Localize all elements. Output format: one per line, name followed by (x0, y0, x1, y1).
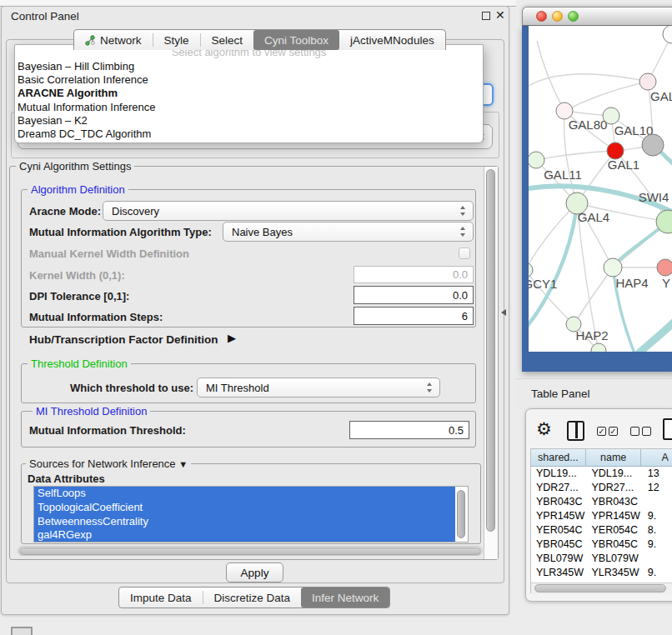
attribute-item[interactable]: TopologicalCoefficient (34, 501, 455, 515)
dropdown-item-selected[interactable]: ARACNE Algorithm (15, 87, 483, 100)
minimize-traffic-light-icon[interactable] (552, 11, 563, 22)
network-tab-icon (85, 35, 96, 46)
settings-hscrollbar-track[interactable] (18, 546, 483, 556)
network-node-GCY1[interactable] (529, 262, 533, 278)
node-table: shared...nameA YDL19...YDL19...13YDR27..… (530, 448, 672, 593)
network-node-label: GCY1 (529, 277, 557, 291)
table-row[interactable]: YLR345WYLR345W9. (531, 566, 672, 580)
network-edge[interactable] (529, 203, 577, 332)
pane-divider-handle-icon[interactable] (501, 309, 506, 316)
attribute-item[interactable]: BetweennessCentrality (34, 515, 455, 529)
table-column-header[interactable]: name (586, 449, 642, 467)
mi-threshold-group-title: MI Threshold Definition (33, 405, 150, 418)
gear-icon[interactable]: ⚙ (536, 419, 552, 439)
split-columns-icon[interactable] (567, 421, 584, 441)
threshold-definition-title: Threshold Definition (28, 358, 131, 370)
hub-section-label[interactable]: Hub/Transcription Factor Definition (29, 333, 218, 346)
manual-kernel-checkbox[interactable] (459, 248, 470, 259)
table-row[interactable]: YDL19...YDL19...13 (531, 467, 672, 481)
mi-type-value: Naive Bayes (232, 226, 293, 238)
tab-cyni-toolbox[interactable]: Cyni Toolbox (253, 30, 339, 50)
network-graph[interactable]: GALGAL80GAL10GAL1GAL11GAL4SWI4GCY1HAP4YH… (529, 26, 672, 352)
table-cell (643, 495, 672, 509)
select-all-checked-icon[interactable]: ✓ (609, 427, 618, 436)
hub-expand-icon[interactable]: ▶ (228, 332, 236, 344)
mi-threshold-field[interactable]: 0.5 (349, 421, 469, 439)
network-canvas[interactable]: GALGAL80GAL10GAL1GAL11GAL4SWI4GCY1HAP4YH… (529, 26, 672, 352)
attributes-scrollbar-thumb[interactable] (457, 490, 465, 538)
network-edge[interactable] (609, 319, 672, 352)
minimized-panel-icon[interactable] (11, 627, 33, 635)
network-edge[interactable] (564, 82, 648, 111)
tab-discretize-data[interactable]: Discretize Data (203, 588, 302, 608)
dropdown-item[interactable]: Mutual Information Inference (15, 101, 483, 114)
aracne-mode-value: Discovery (112, 205, 159, 218)
network-node-GAL80[interactable] (556, 102, 573, 119)
table-row[interactable]: YPR145WYPR145W9. (531, 509, 672, 523)
data-attributes-list[interactable]: SelfLoops TopologicalCoefficient Between… (33, 486, 469, 542)
table-cell: 13 (643, 467, 672, 481)
dropdown-item[interactable]: Dream8 DC_TDC Algorithm (15, 128, 483, 141)
dpi-tolerance-field[interactable]: 0.0 (354, 286, 474, 304)
tab-jactivemnodules-label: jActiveMNodules (350, 34, 434, 47)
table-row[interactable]: YBL079WYBL079W (531, 552, 672, 566)
attribute-item[interactable]: SelfLoops (34, 487, 455, 501)
select-all-checked-icon[interactable]: ✓ (597, 427, 606, 436)
network-node[interactable] (591, 343, 606, 352)
sources-collapse-icon[interactable]: ▼ (178, 459, 188, 469)
table-cell: YER054C (586, 523, 642, 538)
network-node[interactable] (642, 134, 664, 156)
zoom-traffic-light-icon[interactable] (568, 11, 579, 22)
table-column-header[interactable]: shared... (531, 449, 586, 467)
network-node-label: Y (662, 276, 670, 290)
attribute-item[interactable]: gal4RGexp (34, 528, 455, 542)
close-traffic-light-icon[interactable] (536, 11, 547, 22)
dropdown-item[interactable]: Bayesian – Hill Climbing (15, 60, 483, 73)
table-row[interactable]: YER054CYER054C8. (531, 523, 672, 538)
network-node-HAP4[interactable] (604, 258, 622, 277)
tab-select[interactable]: Select (201, 30, 254, 50)
table-row[interactable]: YDR27...YDR27...12 (531, 481, 672, 495)
tab-impute-data[interactable]: Impute Data (119, 588, 203, 608)
table-hscrollbar-track[interactable] (531, 582, 672, 594)
combo-spinner-icon (460, 206, 466, 216)
mi-type-combo[interactable]: Naive Bayes (223, 222, 474, 242)
document-icon[interactable] (663, 418, 672, 440)
network-node-GAL10[interactable] (603, 108, 619, 124)
which-threshold-combo[interactable]: MI Threshold (197, 378, 440, 398)
tab-infer-network[interactable]: Infer Network (301, 588, 389, 608)
aracne-mode-combo[interactable]: Discovery (103, 201, 474, 221)
network-node-Y[interactable] (657, 259, 672, 276)
settings-hscrollbar-thumb[interactable] (19, 548, 481, 555)
table-row[interactable]: YBR045CYBR045C9. (531, 538, 672, 552)
deselect-all-icon[interactable] (642, 427, 651, 436)
tab-jactivemnodules[interactable]: jActiveMNodules (339, 30, 445, 50)
which-threshold-value: MI Threshold (206, 382, 269, 394)
float-window-icon[interactable] (482, 12, 490, 20)
network-node-GAL[interactable] (639, 73, 656, 90)
network-edge[interactable] (574, 268, 613, 324)
tab-style[interactable]: Style (153, 30, 200, 50)
tab-network[interactable]: Network (74, 30, 153, 50)
deselect-all-icon[interactable] (630, 427, 639, 436)
table-row[interactable]: YBR043CYBR043C (531, 495, 672, 509)
kernel-width-field[interactable]: 0.0 (354, 266, 474, 283)
close-icon[interactable]: ✕ (495, 8, 505, 22)
mi-type-label: Mutual Information Algorithm Type: (29, 226, 212, 238)
table-body: YDL19...YDL19...13YDR27...YDR27...12YBR0… (531, 467, 672, 593)
dropdown-item[interactable]: Bayesian – K2 (15, 114, 483, 128)
table-column-header[interactable]: A (641, 449, 672, 467)
table-panel-title: Table Panel (531, 388, 590, 400)
table-cell: 12 (643, 481, 672, 495)
settings-scrollbar-thumb[interactable] (486, 169, 495, 532)
table-header-row: shared...nameA (531, 449, 672, 467)
mi-steps-field[interactable]: 6 (354, 307, 474, 325)
network-edge[interactable] (536, 151, 615, 160)
table-hscrollbar-thumb[interactable] (534, 584, 666, 592)
network-node-GAL1[interactable] (607, 142, 624, 159)
dropdown-item[interactable]: Basic Correlation Inference (15, 73, 483, 87)
network-node[interactable] (663, 26, 672, 43)
apply-button[interactable]: Apply (226, 562, 283, 582)
tab-style-label: Style (164, 34, 189, 47)
network-node-GAL11[interactable] (529, 152, 544, 168)
